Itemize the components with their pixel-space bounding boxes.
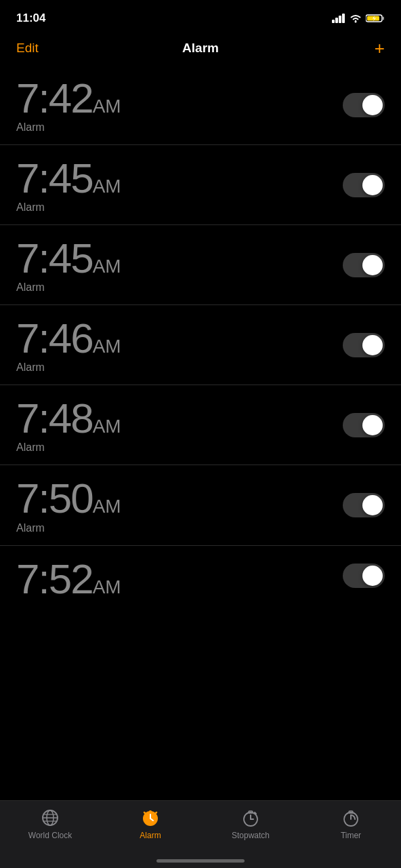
svg-rect-0 [332, 20, 335, 23]
tab-stopwatch[interactable]: Stopwatch [200, 808, 301, 840]
svg-rect-1 [335, 18, 338, 23]
alarm-label: Alarm [16, 201, 121, 214]
toggle-knob [362, 415, 383, 435]
alarm-ampm: AM [93, 96, 121, 117]
alarm-time: 7:48AM [16, 396, 121, 440]
svg-rect-3 [342, 14, 345, 23]
alarm-label: Alarm [16, 281, 121, 294]
alarm-label: Alarm [16, 361, 121, 374]
toggle-knob [362, 495, 383, 515]
alarm-ampm: AM [93, 416, 121, 437]
alarm-ampm: AM [93, 176, 121, 197]
alarm-time: 7:42AM [16, 76, 121, 120]
tab-timer-label: Timer [341, 831, 361, 840]
alarm-ampm: AM [93, 336, 121, 357]
toggle-knob-partial [362, 566, 383, 586]
alarm-ampm: AM [93, 256, 121, 277]
alarm-time: 7:50AM [16, 476, 121, 520]
world-clock-icon [40, 808, 60, 828]
tab-timer[interactable]: Timer [301, 808, 401, 840]
tab-bar: World Clock Alarm Stop [0, 800, 401, 868]
svg-line-24 [255, 812, 256, 814]
alarm-item[interactable]: 7:50AM Alarm [0, 465, 401, 545]
tab-world-clock[interactable]: World Clock [0, 808, 100, 840]
toggle-knob [362, 335, 383, 355]
status-time: 11:04 [16, 12, 45, 25]
tab-alarm-label: Alarm [140, 831, 161, 840]
alarm-toggle[interactable] [343, 93, 385, 117]
alarm-info: 7:42AM Alarm [16, 76, 121, 134]
alarm-toggle[interactable] [343, 173, 385, 197]
edit-button[interactable]: Edit [16, 41, 39, 56]
alarm-ampm-partial: AM [93, 576, 121, 597]
alarm-item[interactable]: 7:46AM Alarm [0, 305, 401, 385]
status-icons [332, 14, 385, 23]
alarm-time: 7:46AM [16, 316, 121, 360]
alarm-toggle[interactable] [343, 253, 385, 277]
alarm-info: 7:50AM Alarm [16, 476, 121, 534]
header: Edit Alarm + [0, 34, 401, 65]
alarm-time: 7:45AM [16, 236, 121, 280]
toggle-knob [362, 175, 383, 195]
tab-alarm[interactable]: Alarm [100, 808, 200, 840]
alarm-list: 7:42AM Alarm 7:45AM Alarm 7:45AM Alarm 7… [0, 65, 401, 614]
alarm-time: 7:45AM [16, 156, 121, 200]
svg-rect-2 [339, 16, 341, 23]
alarm-toggle[interactable] [343, 493, 385, 517]
toggle-knob [362, 95, 383, 115]
alarm-info: 7:45AM Alarm [16, 236, 121, 294]
alarm-icon [140, 808, 161, 828]
page-title: Alarm [182, 41, 219, 56]
svg-point-4 [355, 21, 357, 23]
alarm-item-partial[interactable]: 7:52AM [0, 546, 401, 614]
alarm-ampm: AM [93, 496, 121, 517]
alarm-toggle[interactable] [343, 413, 385, 437]
timer-icon [341, 808, 361, 828]
tab-world-clock-label: World Clock [28, 831, 72, 840]
home-indicator [156, 859, 245, 863]
alarm-time-partial: 7:52AM [16, 557, 121, 601]
alarm-info: 7:48AM Alarm [16, 396, 121, 454]
alarm-item[interactable]: 7:42AM Alarm [0, 65, 401, 145]
alarm-info: 7:46AM Alarm [16, 316, 121, 374]
tab-stopwatch-label: Stopwatch [232, 831, 270, 840]
alarm-info: 7:45AM Alarm [16, 156, 121, 214]
status-bar: 11:04 [0, 0, 401, 34]
alarm-item[interactable]: 7:45AM Alarm [0, 225, 401, 305]
alarm-label: Alarm [16, 522, 121, 534]
add-alarm-button[interactable]: + [375, 39, 385, 57]
svg-rect-19 [149, 810, 152, 812]
alarm-label: Alarm [16, 121, 121, 134]
stopwatch-icon [240, 808, 261, 828]
alarm-item[interactable]: 7:45AM Alarm [0, 145, 401, 225]
wifi-icon [350, 14, 362, 23]
toggle-knob [362, 255, 383, 275]
alarm-toggle[interactable] [343, 333, 385, 357]
svg-rect-6 [383, 17, 384, 20]
alarm-toggle-partial[interactable] [343, 564, 385, 588]
battery-icon [366, 14, 385, 23]
alarm-item[interactable]: 7:48AM Alarm [0, 385, 401, 465]
signal-icon [332, 14, 345, 23]
alarm-label: Alarm [16, 441, 121, 454]
